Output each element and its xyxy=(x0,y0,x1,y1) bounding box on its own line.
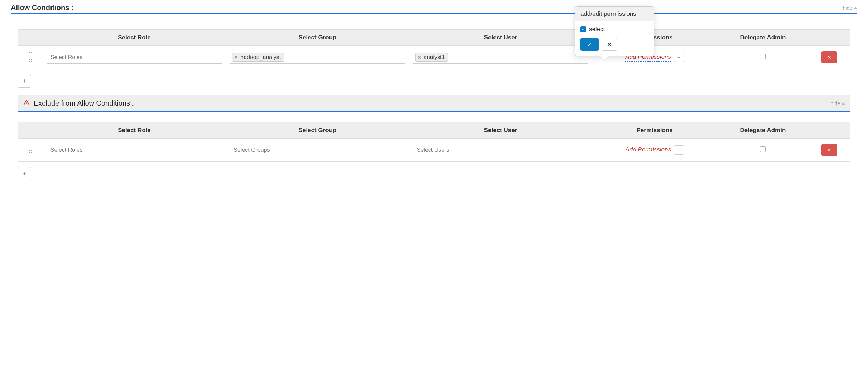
delete-row-button[interactable]: ✕ xyxy=(821,144,837,156)
delegate-admin-checkbox[interactable] xyxy=(760,146,766,152)
allow-table-row: Select Roles ✕ hadoop_analyst xyxy=(18,46,850,69)
col-group-header: Select Group xyxy=(226,122,409,139)
close-icon: ✕ xyxy=(827,54,831,60)
exclude-header: Exclude from Allow Conditions : hide xyxy=(18,95,850,111)
group-placeholder: Select Groups xyxy=(232,147,270,153)
plus-icon: ＋ xyxy=(676,147,681,153)
add-permission-button[interactable]: ＋ xyxy=(674,53,684,62)
plus-icon: ＋ xyxy=(21,77,27,85)
user-input[interactable]: Select Users xyxy=(413,144,589,156)
user-tag-label: analyst1 xyxy=(424,54,445,61)
add-permissions-link[interactable]: Add Permissions xyxy=(625,146,671,154)
col-role-header: Select Role xyxy=(43,122,226,139)
popover-cancel-button[interactable]: ✕ xyxy=(602,38,617,51)
remove-tag-icon[interactable]: ✕ xyxy=(417,54,421,60)
col-delegate-header: Delegate Admin xyxy=(717,30,809,46)
close-icon: ✕ xyxy=(607,41,612,48)
hide-label: hide xyxy=(843,5,852,11)
col-action-header xyxy=(809,122,850,139)
plus-icon: ＋ xyxy=(21,170,27,178)
caret-up-icon xyxy=(842,102,845,105)
permission-option-select[interactable]: select xyxy=(580,26,648,33)
allow-table: Select Role Select Group Select User Per… xyxy=(18,29,850,69)
exclude-hide-toggle[interactable]: hide xyxy=(831,101,845,106)
close-icon: ✕ xyxy=(827,147,831,153)
exclude-table-row: Select Roles Select Groups Select Users xyxy=(18,139,850,162)
delete-row-button[interactable]: ✕ xyxy=(821,51,837,63)
remove-tag-icon[interactable]: ✕ xyxy=(234,54,238,60)
group-input[interactable]: Select Groups xyxy=(230,144,405,156)
allow-panel: add/edit permissions select ✓ ✕ xyxy=(11,23,857,193)
col-user-header: Select User xyxy=(409,30,592,46)
user-placeholder: Select Users xyxy=(415,147,449,153)
drag-header xyxy=(18,30,43,46)
add-permission-button[interactable]: ＋ xyxy=(674,145,684,155)
col-action-header xyxy=(809,30,850,46)
permissions-popover: add/edit permissions select ✓ ✕ xyxy=(575,6,654,56)
popover-caret-icon xyxy=(601,56,609,60)
col-delegate-header: Delegate Admin xyxy=(717,122,809,139)
allow-hide-toggle[interactable]: hide xyxy=(843,5,857,11)
delegate-admin-checkbox[interactable] xyxy=(760,54,766,59)
checkbox-checked-icon[interactable] xyxy=(580,26,586,32)
role-placeholder: Select Roles xyxy=(49,147,83,153)
add-exclude-row-button[interactable]: ＋ xyxy=(18,167,31,180)
role-placeholder: Select Roles xyxy=(49,54,83,61)
col-user-header: Select User xyxy=(409,122,592,139)
warning-icon xyxy=(23,99,30,108)
exclude-title: Exclude from Allow Conditions : xyxy=(34,99,134,107)
col-perm-header: Permissions xyxy=(592,122,717,139)
group-tag: ✕ hadoop_analyst xyxy=(232,53,284,62)
exclude-table: Select Role Select Group Select User Per… xyxy=(18,122,850,162)
plus-icon: ＋ xyxy=(676,54,681,61)
permission-option-label: select xyxy=(589,26,605,33)
check-icon: ✓ xyxy=(587,41,592,48)
user-tag: ✕ analyst1 xyxy=(415,53,448,62)
group-tag-label: hadoop_analyst xyxy=(240,54,281,61)
hide-label: hide xyxy=(831,101,840,106)
role-input[interactable]: Select Roles xyxy=(47,51,222,64)
group-input[interactable]: ✕ hadoop_analyst xyxy=(230,51,405,64)
drag-handle-icon[interactable] xyxy=(28,52,32,62)
drag-header xyxy=(18,122,43,139)
caret-up-icon xyxy=(854,7,857,9)
drag-handle-icon[interactable] xyxy=(28,144,32,154)
col-group-header: Select Group xyxy=(226,30,409,46)
add-allow-row-button[interactable]: ＋ xyxy=(18,74,31,88)
role-input[interactable]: Select Roles xyxy=(47,144,222,156)
col-role-header: Select Role xyxy=(43,30,226,46)
popover-confirm-button[interactable]: ✓ xyxy=(580,38,599,51)
user-input[interactable]: ✕ analyst1 xyxy=(413,51,589,64)
allow-conditions-title: Allow Conditions : xyxy=(11,4,74,12)
popover-title: add/edit permissions xyxy=(575,7,654,21)
allow-conditions-header: Allow Conditions : hide xyxy=(11,4,857,14)
